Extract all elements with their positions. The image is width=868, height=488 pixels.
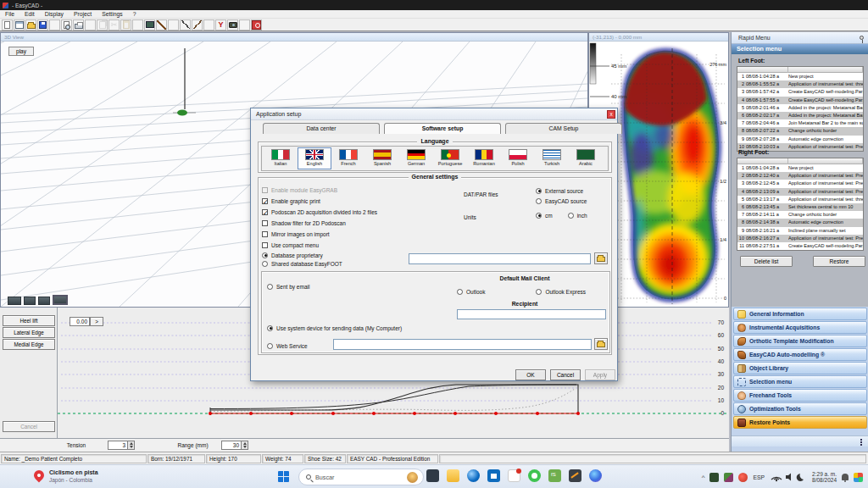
dialog-tab[interactable]: Data center xyxy=(263,123,380,134)
list-header[interactable] xyxy=(737,67,863,73)
toolbar-button[interactable] xyxy=(37,19,48,30)
checkbox-row[interactable]: Enable graphic print xyxy=(262,196,457,207)
browse-web-service-button[interactable] xyxy=(594,338,608,350)
history-row[interactable]: 608/08-2:02:17 aAdded in the project: Me… xyxy=(737,112,863,119)
menu-item[interactable]: Edit xyxy=(19,11,40,17)
menu-item[interactable]: Display xyxy=(40,11,69,17)
language-option[interactable]: Polish xyxy=(501,147,535,169)
tray-app-icon[interactable] xyxy=(724,473,733,482)
accordion-item[interactable]: Object Library xyxy=(733,362,867,374)
radio-row[interactable]: Outlook Express xyxy=(536,286,586,297)
checkbox[interactable] xyxy=(262,209,268,215)
web-service-input[interactable] xyxy=(333,339,592,350)
history-row[interactable]: 508/08-2:13:17 aApplication of instrumen… xyxy=(737,196,863,203)
dialog-titlebar[interactable]: Application setup xyxy=(251,108,617,120)
toolbar-button[interactable] xyxy=(239,19,250,30)
toolbar-button[interactable]: Y xyxy=(215,19,226,30)
whatsapp-icon[interactable] xyxy=(528,469,541,482)
file-explorer-icon[interactable] xyxy=(447,469,459,482)
accordion-item[interactable]: Selection menu xyxy=(733,375,867,388)
history-row[interactable]: 708/08-2:14:11 aChange orthotic border xyxy=(737,211,863,219)
radio[interactable] xyxy=(267,343,273,349)
history-row[interactable]: 508/08-2:01:46 aAdded in the project: Me… xyxy=(737,104,863,112)
accordion-item[interactable]: EasyCAD Auto-modelling ® xyxy=(733,348,867,361)
checkbox-row[interactable]: Podoscan 2D acquisition divided into 2 f… xyxy=(262,207,457,218)
tray-chevron-icon[interactable]: ^ xyxy=(702,474,705,481)
menu-item[interactable]: ? xyxy=(128,11,142,17)
recipient-input[interactable] xyxy=(457,309,606,319)
checkbox-row[interactable]: Use compact menu xyxy=(262,240,457,251)
language-option[interactable]: Portuguese xyxy=(433,147,467,169)
toolbar-button[interactable] xyxy=(73,19,84,30)
left-foot-history-list[interactable]: 108/08-1:04:28 aNew project208/08-1:55:5… xyxy=(737,66,864,152)
pin-icon[interactable] xyxy=(860,36,864,40)
toolbar-button[interactable] xyxy=(2,19,13,30)
radio[interactable] xyxy=(568,213,574,219)
history-row[interactable]: 208/08-2:12:40 aApplication of instrumen… xyxy=(737,172,863,180)
toolbar-button[interactable] xyxy=(168,19,179,30)
notification-bell-icon[interactable] xyxy=(842,474,849,480)
tension-spin-buttons[interactable] xyxy=(128,441,135,450)
toolbar-button[interactable]: ✂ xyxy=(108,19,120,30)
heel-lift-value-input[interactable]: 0.00 xyxy=(70,317,90,326)
radio-row[interactable]: cm xyxy=(536,210,553,220)
history-row[interactable]: 308/08-1:57:42 aCreate EasyCAD self-mode… xyxy=(737,88,863,96)
checkbox[interactable] xyxy=(262,198,268,204)
tray-app-icon[interactable] xyxy=(709,473,719,482)
heel-lift-button[interactable]: Heel lift xyxy=(3,315,55,326)
start-button[interactable] xyxy=(278,471,289,482)
history-row[interactable]: 1108/08-2:27:51 aCreate EasyCAD self-mod… xyxy=(737,242,863,250)
history-row[interactable]: 908/08-2:16:21 aInclined plane manually … xyxy=(737,227,863,235)
play-button[interactable]: play xyxy=(8,47,34,56)
accordion-item[interactable]: Instrumental Acquisitions xyxy=(733,321,867,334)
language-option[interactable]: Turkish xyxy=(535,147,569,169)
toolbar-button[interactable] xyxy=(180,19,191,30)
web-service-row[interactable]: Web Service xyxy=(267,341,308,351)
toolbar-button[interactable] xyxy=(14,19,25,30)
list-header[interactable] xyxy=(737,158,863,164)
dialog-tab[interactable]: CAM Setup xyxy=(505,123,622,134)
task-view-icon[interactable] xyxy=(426,469,439,482)
medial-edge-button[interactable]: Medial Edge xyxy=(3,339,55,350)
radio-row[interactable]: External source xyxy=(536,186,587,196)
view-thumbnail-active[interactable] xyxy=(53,295,68,305)
toolbar-button[interactable] xyxy=(85,19,96,30)
radio[interactable] xyxy=(262,261,268,267)
menu-item[interactable]: Project xyxy=(69,11,97,17)
radio-row[interactable]: inch xyxy=(568,210,587,220)
colorful-app-icon[interactable] xyxy=(854,473,863,482)
language-option[interactable]: French xyxy=(331,147,365,169)
history-row[interactable]: 708/08-2:04:46 aJoin Metatarsal Bar 2 to… xyxy=(737,119,863,127)
toolbar-button[interactable] xyxy=(227,19,238,30)
input-language-indicator[interactable]: ESP xyxy=(753,474,765,480)
dialog-button[interactable]: Apply xyxy=(585,369,615,380)
expand-button[interactable]: > xyxy=(90,317,103,326)
radio[interactable] xyxy=(536,213,542,219)
dialog-button[interactable]: Cancel xyxy=(550,369,581,380)
fs-app-icon[interactable] xyxy=(548,469,561,482)
radio[interactable] xyxy=(267,284,273,290)
checkbox-row[interactable]: Shadow filter for 2D Podoscan xyxy=(262,218,457,229)
cancel-button[interactable]: Cancel xyxy=(3,421,55,432)
radio[interactable] xyxy=(262,252,268,258)
accordion-item[interactable]: Orthotic Template Modification xyxy=(733,335,867,347)
search-box[interactable]: Buscar xyxy=(298,469,424,485)
checkbox[interactable] xyxy=(262,242,268,248)
range-input[interactable]: 30 xyxy=(221,441,242,450)
checkbox[interactable] xyxy=(262,220,268,226)
toolbar-button[interactable] xyxy=(192,19,203,30)
toolbar-button[interactable] xyxy=(97,19,108,30)
right-foot-history-list[interactable]: 108/08-1:04:28 aNew project208/08-2:12:4… xyxy=(737,158,864,251)
language-option[interactable]: German xyxy=(399,147,433,169)
lateral-edge-button[interactable]: Lateral Edge xyxy=(3,327,55,338)
system-device-row[interactable]: Use system device for sending data (My C… xyxy=(267,323,402,333)
radio[interactable] xyxy=(457,289,463,295)
accordion-item[interactable]: Freehand Tools xyxy=(733,389,867,402)
history-row[interactable]: 808/08-2:14:38 aAutomatic edge correctio… xyxy=(737,219,863,226)
menu-item[interactable]: File xyxy=(0,11,19,17)
sent-by-email-row[interactable]: Sent by email xyxy=(267,281,309,291)
radio-row[interactable]: Shared database EasyFOOT xyxy=(262,259,342,268)
restore-button[interactable]: Restore xyxy=(813,256,865,267)
delete-list-button[interactable]: Delete list xyxy=(740,256,793,267)
toolbar-button[interactable] xyxy=(203,19,214,30)
